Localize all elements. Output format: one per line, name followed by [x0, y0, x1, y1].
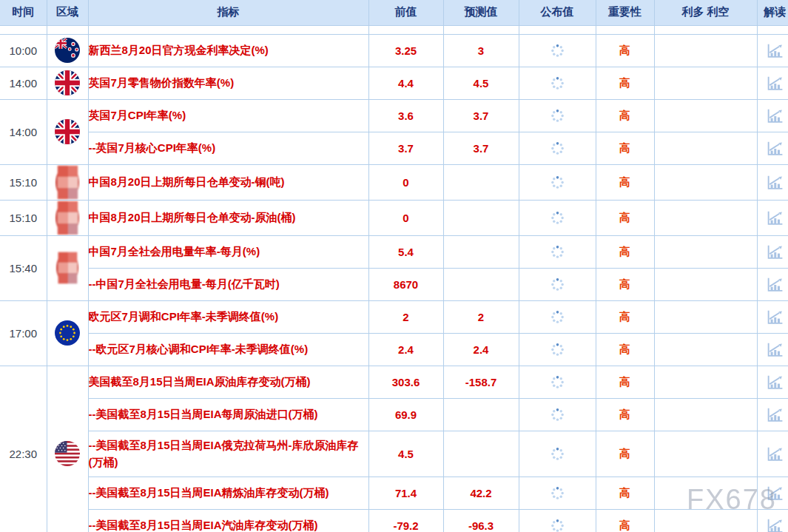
- previous-value-cell: 0: [368, 164, 443, 200]
- importance-cell: 高: [596, 477, 654, 509]
- indicator-cell: 英国7月零售物价指数年率(%): [88, 67, 368, 99]
- indicator-cell: 欧元区7月调和CPI年率-未季调终值(%): [88, 300, 368, 333]
- interpretation-cell[interactable]: [757, 398, 788, 431]
- previous-value-cell: 4.5: [368, 431, 443, 477]
- forecast-value-cell: [443, 398, 519, 431]
- flag-european-union-icon: [55, 320, 80, 346]
- interpretation-cell[interactable]: [757, 164, 788, 200]
- indicator-cell: --欧元区7月核心调和CPI年率-未季调终值(%): [88, 333, 368, 366]
- flag-china-blurred-icon: [55, 246, 79, 289]
- column-header-published: 公布值: [519, 0, 596, 25]
- interpretation-cell[interactable]: [757, 34, 788, 67]
- time-cell: 14:00: [0, 99, 47, 164]
- table-row: 15:40 中国7月全社会用电量年率-每月(%) 5.4 高: [0, 235, 788, 268]
- table-row: 22:30 美国截至8月15日当周EIA原油库存变动(万桶) 303.6 -15…: [0, 366, 788, 398]
- flag-united-states-icon: [55, 441, 80, 466]
- interpretation-cell[interactable]: [757, 132, 788, 164]
- time-cell: 15:10: [0, 164, 47, 200]
- importance-cell: 高: [596, 99, 654, 132]
- partial-cell: [47, 25, 88, 34]
- loading-spinner-icon: [550, 245, 565, 259]
- indicator-cell: --英国7月核心CPI年率(%): [88, 132, 368, 164]
- importance-cell: 高: [596, 431, 654, 477]
- partial-scrolled-row: [0, 25, 788, 34]
- forecast-value-cell: [443, 431, 519, 477]
- previous-value-cell: 0: [368, 200, 443, 235]
- interpretation-cell[interactable]: [757, 333, 788, 366]
- column-header-importance: 重要性: [596, 0, 654, 25]
- interpretation-cell[interactable]: [757, 268, 788, 300]
- region-cell: [47, 235, 88, 300]
- interpretation-cell[interactable]: [757, 67, 788, 99]
- interpretation-cell[interactable]: [757, 300, 788, 333]
- forecast-value-cell: [443, 200, 519, 235]
- chart-icon: [766, 174, 784, 191]
- forecast-value-cell: 3.7: [443, 99, 519, 132]
- published-value-cell: [519, 235, 596, 268]
- partial-cell: [654, 25, 757, 34]
- forecast-value-cell: 3.7: [443, 132, 519, 164]
- previous-value-cell: 5.4: [368, 235, 443, 268]
- indicator-cell: 英国7月CPI年率(%): [88, 99, 368, 132]
- loading-spinner-icon: [550, 277, 565, 292]
- chart-icon: [766, 42, 784, 59]
- interpretation-cell[interactable]: [757, 477, 788, 509]
- loading-spinner-icon: [550, 486, 565, 500]
- table-row: 17:00 欧元区7月调和CPI年率-未季调终值(%) 2 2 高: [0, 300, 788, 333]
- bullish-bearish-cell: [654, 235, 757, 268]
- interpretation-cell[interactable]: [757, 431, 788, 477]
- column-header-region: 区域: [47, 0, 88, 25]
- indicator-cell: --美国截至8月15日当周EIA每周原油进口(万桶): [88, 398, 368, 431]
- indicator-cell: --美国截至8月15日当周EIA精炼油库存变动(万桶): [88, 477, 368, 509]
- interpretation-cell[interactable]: [757, 509, 788, 532]
- chart-icon: [766, 107, 784, 124]
- interpretation-cell[interactable]: [757, 366, 788, 398]
- chart-icon: [766, 140, 784, 157]
- loading-spinner-icon: [550, 447, 565, 461]
- chart-icon: [766, 309, 784, 326]
- bullish-bearish-cell: [654, 509, 757, 532]
- previous-value-cell: 3.25: [368, 34, 443, 67]
- table-row: 14:00 英国7月零售物价指数年率(%) 4.4 4.5 高: [0, 67, 788, 99]
- forecast-value-cell: 2: [443, 300, 519, 333]
- time-cell: 15:40: [0, 235, 47, 300]
- chart-icon: [766, 374, 784, 391]
- region-cell: [47, 200, 88, 235]
- region-cell: [47, 300, 88, 366]
- chart-icon: [766, 276, 784, 293]
- partial-cell: [519, 25, 596, 34]
- economic-calendar-screen: 时间 区域 指标 前值 预测值 公布值 重要性 利多 利空 解读 10:00 新…: [0, 0, 788, 532]
- previous-value-cell: 71.4: [368, 477, 443, 509]
- chart-icon: [766, 75, 784, 92]
- bullish-bearish-cell: [654, 431, 757, 477]
- published-value-cell: [519, 366, 596, 398]
- indicator-cell: --美国截至8月15日当周EIA汽油库存变动(万桶): [88, 509, 368, 532]
- column-header-previous: 前值: [368, 0, 443, 25]
- loading-spinner-icon: [550, 519, 565, 532]
- forecast-value-cell: [443, 268, 519, 300]
- interpretation-cell[interactable]: [757, 200, 788, 235]
- importance-cell: 高: [596, 164, 654, 200]
- loading-spinner-icon: [550, 109, 565, 123]
- published-value-cell: [519, 398, 596, 431]
- partial-cell: [757, 25, 788, 34]
- chart-icon: [766, 406, 784, 423]
- column-header-time: 时间: [0, 0, 47, 25]
- interpretation-cell[interactable]: [757, 99, 788, 132]
- previous-value-cell: 3.6: [368, 99, 443, 132]
- time-cell: 10:00: [0, 34, 47, 67]
- indicator-cell: 美国截至8月15日当周EIA原油库存变动(万桶): [88, 366, 368, 398]
- published-value-cell: [519, 132, 596, 164]
- previous-value-cell: 8670: [368, 268, 443, 300]
- region-cell: [47, 366, 88, 532]
- previous-value-cell: 303.6: [368, 366, 443, 398]
- table-row: 15:10 中国8月20日上期所每日仓单变动-原油(桶) 0 高: [0, 200, 788, 235]
- chart-icon: [766, 517, 784, 532]
- loading-spinner-icon: [550, 76, 565, 90]
- interpretation-cell[interactable]: [757, 235, 788, 268]
- forecast-value-cell: [443, 235, 519, 268]
- importance-cell: 高: [596, 235, 654, 268]
- chart-icon: [766, 243, 784, 260]
- forecast-value-cell: -96.3: [443, 509, 519, 532]
- chart-icon: [766, 209, 784, 226]
